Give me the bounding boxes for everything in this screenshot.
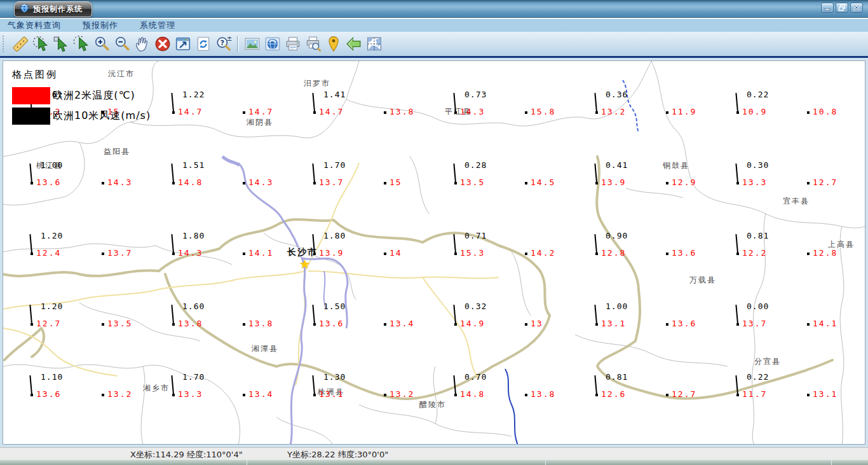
map-place-label: 湘乡市 (143, 383, 170, 394)
grid-temp-value: 12.2 (742, 248, 767, 258)
grid-temp-value: 15.3 (460, 248, 485, 258)
grid-temp-value: 11.9 (672, 107, 696, 116)
grid-point-dot (384, 323, 386, 326)
grid-wind-value: 1.10 (41, 372, 63, 382)
grid-point-dot (243, 253, 245, 255)
grid-temp-value: 14.3 (107, 177, 132, 187)
legend-swatch (12, 108, 50, 125)
app-window: 预报制作系统 气象资料查询 预报制作 系统管理 (0, 0, 868, 465)
select-rect-button[interactable] (51, 34, 71, 54)
grid-point-dot (666, 182, 668, 184)
grid-point-dot (666, 111, 668, 114)
menubar: 气象资料查询 预报制作 系统管理 (0, 18, 868, 32)
minimize-button[interactable] (821, 3, 834, 13)
grid-temp-value: 14.5 (531, 177, 555, 187)
grid-temp-value: 13.6 (672, 319, 696, 328)
cancel-stop-button[interactable] (153, 34, 173, 54)
grid-wind-value: 0.81 (606, 372, 628, 382)
grid-wind-value: 0.30 (747, 160, 769, 170)
menu-forecast-production[interactable]: 预报制作 (83, 20, 118, 31)
refresh-page-button[interactable] (193, 34, 214, 54)
grid-wind-value: 1.80 (323, 231, 346, 240)
grid-temp-value: 13.4 (390, 319, 414, 328)
grid-point-dot (525, 323, 527, 326)
grid-point-dot (384, 394, 386, 396)
location-pin-button[interactable] (323, 34, 344, 54)
grid-temp-value: 12.8 (601, 248, 626, 258)
window-bottom-edge (0, 460, 868, 465)
grid-wind-value: 0.32 (465, 302, 487, 311)
grid-wind-value: 1.51 (182, 160, 205, 170)
legend-label: 欧洲2米温度(℃) (53, 89, 135, 102)
grid-temp-value: 12.7 (813, 177, 837, 187)
grid-point-dot (807, 394, 810, 396)
pan-hand-button[interactable] (132, 34, 153, 54)
grid-point-dot (525, 111, 527, 114)
globe-view-button[interactable] (262, 34, 283, 54)
menu-weather-data-query[interactable]: 气象资料查询 (8, 20, 61, 31)
svg-text:?: ? (220, 39, 224, 47)
grid-temp-value: 13.7 (107, 248, 132, 258)
grid-temp-value: 13.5 (107, 319, 132, 328)
identify-query-button[interactable]: ?± (214, 34, 234, 54)
statusbar-section-divider (247, 460, 247, 465)
restore-button[interactable] (836, 3, 848, 13)
grid-wind-value: 0.73 (465, 90, 487, 99)
menu-system-management[interactable]: 系统管理 (140, 20, 175, 31)
toolbar-grip[interactable] (3, 36, 6, 52)
grid-point-dot (243, 182, 245, 184)
close-button[interactable] (850, 3, 863, 13)
grid-temp-value: 13.5 (460, 177, 485, 187)
grid-point-dot (525, 182, 527, 184)
map-place-label: 宜丰县 (783, 196, 810, 207)
grid-temp-value: 14.3 (178, 248, 203, 258)
grid-temp-value: 15.8 (531, 107, 555, 116)
select-circle-button[interactable] (31, 34, 51, 54)
map-place-label: 益阳县 (104, 146, 130, 157)
map-place-label: 分宜县 (754, 356, 781, 367)
legend-swatch (12, 87, 50, 104)
grid-temp-value: 12.8 (813, 248, 837, 258)
full-extent-window-button[interactable] (173, 34, 193, 54)
grid-temp-value: 12.7 (36, 319, 61, 328)
grid-point-dot (666, 323, 668, 326)
grid-temp-value: 14.7 (248, 107, 273, 116)
select-polygon-button[interactable] (71, 34, 92, 54)
grid-wind-value: 1.00 (41, 160, 63, 170)
grid-point-dot (102, 253, 104, 255)
map-canvas[interactable]: 沅江市汨罗市湘阴县平江县益阳县桃江县铜鼓县宜丰县上高县万载县分宜县湘潭县湘乡市株… (3, 60, 865, 445)
grid-point-dot (807, 253, 810, 255)
grid-temp-value: 13.2 (107, 389, 132, 399)
grid-wind-value: 1.22 (182, 90, 205, 99)
grid-point-dot (807, 323, 810, 326)
grid-point-dot (666, 253, 668, 255)
grid-temp-value: 13 (531, 319, 543, 328)
print-preview-button[interactable] (303, 34, 323, 54)
grid-temp-value: 12.7 (672, 389, 696, 399)
statusbar: X坐标:114.29 经度:110°0'4" Y坐标:28.22 纬度:30°0… (0, 447, 868, 460)
measure-ruler-button[interactable] (10, 34, 31, 54)
grid-temp-value: 14 (390, 248, 402, 258)
grid-legend: 格点图例 欧洲2米温度(℃)欧洲10米风速(m/s) (12, 69, 151, 128)
zoom-out-button[interactable] (112, 34, 132, 54)
grid-point-dot (666, 394, 668, 396)
zoom-in-button[interactable] (92, 34, 112, 54)
grid-wind-value: 0.22 (747, 372, 769, 382)
grid-point-dot (384, 111, 386, 114)
grid-point-dot (525, 394, 527, 396)
grid-wind-value: 1.20 (41, 302, 63, 311)
app-title-tab[interactable]: 预报制作系统 (14, 1, 92, 17)
grid-temp-value: 13.6 (319, 319, 344, 328)
legend-item: 欧洲10米风速(m/s) (12, 108, 151, 125)
statusbar-section-divider (545, 460, 546, 465)
grid-wind-value: 1.20 (41, 231, 63, 240)
grid-wind-value: 0.36 (606, 90, 628, 99)
map-tiles-button[interactable] (364, 34, 384, 54)
grid-point-dot (102, 182, 104, 184)
grid-point-dot (384, 253, 386, 255)
export-image-button[interactable] (242, 34, 262, 54)
grid-point-dot (102, 394, 104, 396)
go-back-button[interactable] (344, 34, 364, 54)
print-button[interactable] (283, 34, 303, 54)
grid-temp-value: 14.3 (248, 177, 273, 187)
